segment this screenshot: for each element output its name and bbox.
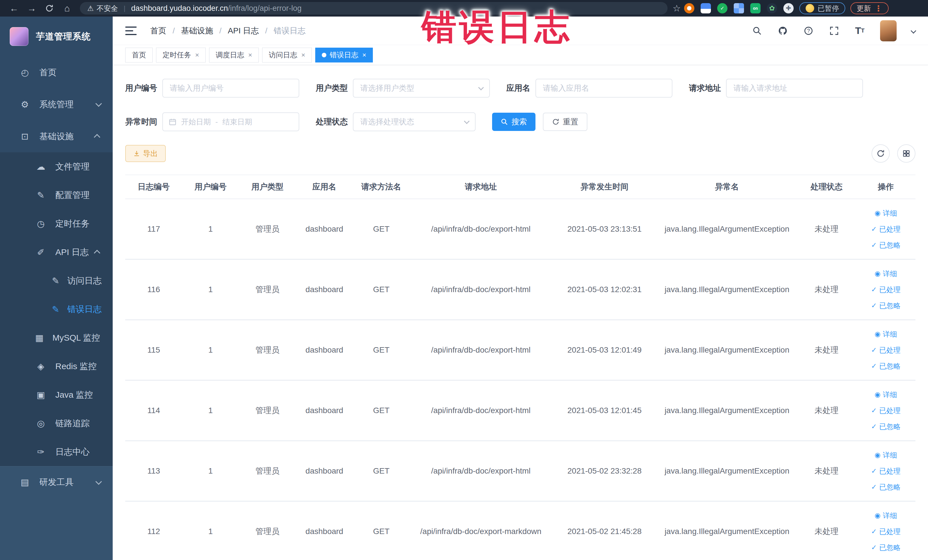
- row-action-processed[interactable]: ✓已处理: [871, 282, 901, 297]
- table-row: 1151管理员dashboardGET/api/infra/db-doc/exp…: [125, 320, 916, 380]
- table-row: 1141管理员dashboardGET/api/infra/db-doc/exp…: [125, 380, 916, 441]
- check-icon: ✓: [871, 222, 877, 237]
- refresh-table-button[interactable]: [872, 144, 890, 163]
- timer-icon: ◷: [34, 218, 47, 229]
- extensions-puzzle-icon[interactable]: ✚: [783, 3, 794, 14]
- app-name-input[interactable]: [536, 79, 672, 98]
- table-cell: 管理员: [239, 441, 296, 501]
- close-icon[interactable]: ×: [362, 51, 366, 59]
- user-type-select[interactable]: 请选择用户类型: [353, 79, 490, 98]
- table-cell: 2021-05-03 12:01:49: [552, 320, 657, 380]
- sidebar-item-api-log[interactable]: ✐ API 日志: [0, 238, 113, 267]
- sidebar-item-tracing[interactable]: ◎ 链路追踪: [0, 409, 113, 438]
- kebab-menu-icon[interactable]: ⋮: [875, 4, 882, 13]
- sidebar-item-access-log[interactable]: ✎ 访问日志: [0, 267, 113, 295]
- tab-访问日志[interactable]: 访问日志 ×: [262, 48, 312, 63]
- extension-on-toggle-icon[interactable]: on: [750, 3, 760, 14]
- row-action-detail[interactable]: ◉详细: [875, 448, 897, 462]
- sidebar-item-system-mgmt[interactable]: ⚙ 系统管理: [0, 89, 113, 121]
- table-cell: /api/infra/db-doc/export-html: [410, 199, 552, 259]
- row-action-processed[interactable]: ✓已处理: [871, 524, 901, 539]
- tab-首页[interactable]: 首页: [125, 48, 153, 63]
- sidebar-item-error-log[interactable]: ✎ 错误日志: [0, 295, 113, 323]
- row-action-processed[interactable]: ✓已处理: [871, 343, 901, 357]
- row-action-ignored[interactable]: ✓已忽略: [871, 419, 901, 434]
- row-action-ignored[interactable]: ✓已忽略: [871, 238, 901, 252]
- close-icon[interactable]: ×: [248, 51, 252, 59]
- reload-icon[interactable]: [41, 4, 58, 12]
- row-action-ignored[interactable]: ✓已忽略: [871, 479, 901, 494]
- row-action-processed[interactable]: ✓已处理: [871, 464, 901, 478]
- extension-icon[interactable]: [684, 3, 694, 14]
- font-size-icon[interactable]: TT: [855, 25, 865, 36]
- row-action-detail[interactable]: ◉详细: [875, 206, 897, 221]
- user-id-input[interactable]: [162, 79, 299, 98]
- row-action-ignored[interactable]: ✓已忽略: [871, 359, 901, 374]
- request-url-input[interactable]: [726, 79, 863, 98]
- java-icon: ▣: [34, 390, 47, 400]
- extension-grid-icon[interactable]: [734, 3, 744, 14]
- row-action-detail[interactable]: ◉详细: [875, 266, 897, 281]
- address-bar[interactable]: ⚠ 不安全 | dashboard.yudao.iocoder.cn /infr…: [80, 2, 667, 15]
- row-action-ignored[interactable]: ✓已忽略: [871, 540, 901, 555]
- breadcrumb-item[interactable]: 基础设施: [181, 25, 213, 36]
- table-cell: dashboard: [296, 380, 353, 441]
- row-action-detail[interactable]: ◉详细: [875, 387, 897, 402]
- search-icon[interactable]: [752, 25, 763, 36]
- process-status-select[interactable]: 请选择处理状态: [353, 112, 476, 131]
- user-menu-caret-icon[interactable]: [911, 28, 916, 34]
- row-action-ignored[interactable]: ✓已忽略: [871, 298, 901, 313]
- user-avatar[interactable]: [880, 20, 897, 41]
- sidebar-item-home[interactable]: ◴ 首页: [0, 56, 113, 89]
- forward-icon[interactable]: →: [23, 3, 41, 14]
- bookmark-star-icon[interactable]: ☆: [672, 3, 682, 14]
- exception-time-range-picker[interactable]: 开始日期 - 结束日期: [162, 112, 299, 131]
- download-icon: [133, 150, 140, 157]
- extensions-zone: ✓ on ✿ ✚: [684, 3, 794, 14]
- breadcrumb-item[interactable]: 首页: [150, 25, 166, 36]
- tab-调度日志[interactable]: 调度日志 ×: [209, 48, 259, 63]
- sidebar-collapse-icon[interactable]: [125, 26, 137, 35]
- check-icon: ✓: [871, 464, 877, 478]
- sidebar-item-java-monitor[interactable]: ▣ Java 监控: [0, 381, 113, 409]
- extension-check-icon[interactable]: ✓: [717, 3, 728, 14]
- sidebar-item-scheduled-jobs[interactable]: ◷ 定时任务: [0, 209, 113, 238]
- sidebar-item-dev-tools[interactable]: ▤ 研发工具: [0, 466, 113, 498]
- update-label: 更新: [857, 4, 871, 13]
- sidebar-item-infrastructure[interactable]: ⊡ 基础设施: [0, 121, 113, 153]
- extension-plant-icon[interactable]: ✿: [767, 3, 777, 14]
- github-icon[interactable]: [777, 25, 788, 36]
- update-button[interactable]: 更新 ⋮: [850, 2, 888, 14]
- help-icon[interactable]: ?: [803, 25, 814, 36]
- check-icon: ✓: [871, 238, 877, 252]
- search-button[interactable]: 搜索: [492, 113, 536, 131]
- tab-定时任务[interactable]: 定时任务 ×: [156, 48, 206, 63]
- back-icon[interactable]: ←: [5, 3, 23, 14]
- redis-icon: ◈: [34, 361, 47, 372]
- sidebar-item-redis-monitor[interactable]: ◈ Redis 监控: [0, 352, 113, 381]
- paused-badge[interactable]: 已暂停: [799, 2, 845, 14]
- row-action-processed[interactable]: ✓已处理: [871, 403, 901, 418]
- sidebar-item-config-mgmt[interactable]: ✎ 配置管理: [0, 181, 113, 209]
- home-icon[interactable]: ⌂: [58, 3, 76, 14]
- table-cell: GET: [353, 501, 410, 560]
- breadcrumb-item[interactable]: API 日志: [228, 25, 259, 36]
- view-icon: ◉: [875, 327, 881, 342]
- reset-button[interactable]: 重置: [543, 113, 588, 131]
- extension-shield-icon[interactable]: [701, 3, 711, 14]
- row-action-processed[interactable]: ✓已处理: [871, 222, 901, 237]
- table-cell: 116: [125, 259, 182, 320]
- content: 用户编号 用户类型 请选择用户类型 应用名: [113, 65, 928, 560]
- tab-错误日志[interactable]: 错误日志 ×: [315, 48, 373, 63]
- row-action-detail[interactable]: ◉详细: [875, 508, 897, 523]
- fullscreen-icon[interactable]: [829, 25, 839, 36]
- column-settings-button[interactable]: [897, 144, 916, 163]
- close-icon[interactable]: ×: [195, 51, 199, 59]
- sidebar-item-mysql-monitor[interactable]: ▦ MySQL 监控: [0, 323, 113, 352]
- sidebar-item-file-mgmt[interactable]: ☁ 文件管理: [0, 153, 113, 181]
- export-button[interactable]: 导出: [125, 145, 166, 162]
- sidebar-item-log-center[interactable]: ✑ 日志中心: [0, 438, 113, 466]
- close-icon[interactable]: ×: [301, 51, 305, 59]
- security-warning[interactable]: ⚠ 不安全: [87, 4, 118, 13]
- row-action-detail[interactable]: ◉详细: [875, 327, 897, 342]
